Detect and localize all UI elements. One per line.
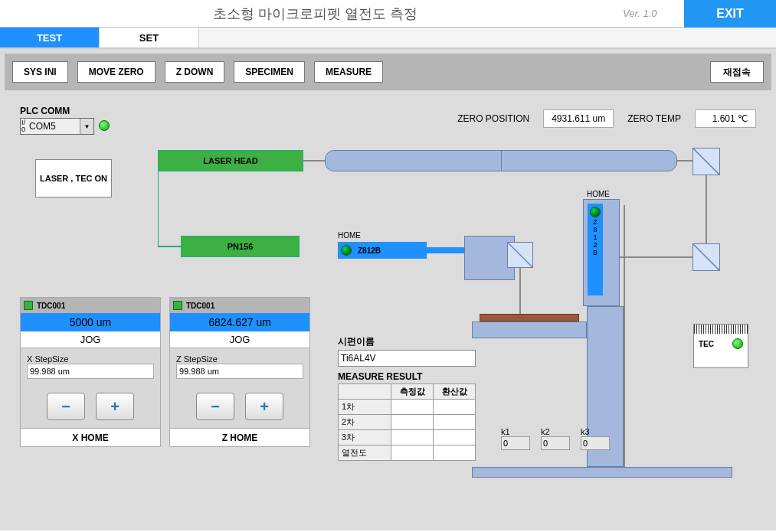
x-home-button[interactable]: X HOME <box>21 428 160 446</box>
z-z812b-bar: Z812B <box>588 204 603 295</box>
io-icon: I/0 <box>21 119 26 133</box>
tec-status-led <box>732 338 743 349</box>
z-controller-panel: TDC001 6824.627 um JOG Z StepSize − + Z … <box>169 297 310 447</box>
measure-result-table: 측정값환산값 1차 2차 3차 열전도 <box>338 383 476 461</box>
row-1-label: 1차 <box>339 400 391 415</box>
specimen-panel: 시편이름 MEASURE RESULT 측정값환산값 1차 2차 3차 열전도 <box>338 335 476 461</box>
k3-label: k3 <box>581 427 610 436</box>
z-home-label: HOME <box>587 190 610 198</box>
x-step-input[interactable] <box>27 364 154 379</box>
plc-label: PLC COMM <box>20 106 110 116</box>
x-controller-panel: TDC001 5000 um JOG X StepSize − + X HOME <box>20 297 161 447</box>
x-home-led <box>341 245 352 256</box>
laser-head-block: LASER HEAD <box>158 150 303 171</box>
plc-status-led <box>99 120 110 131</box>
tab-test[interactable]: TEST <box>0 28 100 47</box>
tab-bar: TEST SET <box>0 28 776 49</box>
laser-tec-button[interactable]: LASER , TEC ON <box>35 159 112 197</box>
app-title: 초소형 마이크로피펫 열전도 측정 <box>8 5 623 23</box>
row-2-label: 2차 <box>339 415 391 430</box>
measure-result-label: MEASURE RESULT <box>338 371 476 382</box>
exit-button[interactable]: EXIT <box>684 0 776 28</box>
app-header: 초소형 마이크로피펫 열전도 측정 Ver. 1.0 EXIT <box>0 0 776 28</box>
col-converted: 환산값 <box>434 384 476 400</box>
prism-top-right <box>693 148 720 175</box>
tab-set[interactable]: SET <box>100 28 199 47</box>
main-panel: SYS INI MOVE ZERO Z DOWN SPECIMEN MEASUR… <box>0 49 776 530</box>
specimen-base <box>472 321 587 338</box>
content-area: PLC COMM I/0 ▼ ZERO POSITION 4931.611 um… <box>5 90 771 519</box>
specimen-button[interactable]: SPECIMEN <box>234 61 305 83</box>
x-z812b-label: Z812B <box>358 246 381 255</box>
k2-label: k2 <box>541 427 570 436</box>
x-plus-button[interactable]: + <box>96 393 134 420</box>
zero-temp-value: 1.601 ℃ <box>695 109 756 128</box>
z-step-label: Z StepSize <box>176 354 303 364</box>
x-home-label: HOME <box>338 231 361 240</box>
k1-input[interactable] <box>501 436 530 450</box>
k2-input[interactable] <box>541 436 570 450</box>
x-step-label: X StepSize <box>27 354 154 364</box>
x-jog-label: JOG <box>21 331 160 348</box>
base-rail <box>472 467 732 478</box>
z-home-led <box>590 207 601 217</box>
k-values: k1 k2 k3 <box>501 427 610 450</box>
zero-info: ZERO POSITION 4931.611 um ZERO TEMP 1.60… <box>457 109 756 128</box>
specimen-name-label: 시편이름 <box>338 335 476 348</box>
tec-box: TEC <box>693 324 748 368</box>
z-position-value: 6824.627 um <box>170 313 309 331</box>
version-label: Ver. 1.0 <box>623 8 676 19</box>
z-status-icon <box>173 301 182 310</box>
z-step-input[interactable] <box>176 364 303 379</box>
z-plus-button[interactable]: + <box>245 393 283 420</box>
z-jog-label: JOG <box>170 331 309 348</box>
specimen-name-input[interactable] <box>338 350 476 367</box>
zero-temp-label: ZERO TEMP <box>627 113 681 124</box>
command-bar: SYS INI MOVE ZERO Z DOWN SPECIMEN MEASUR… <box>5 54 771 90</box>
x-minus-button[interactable]: − <box>47 393 85 420</box>
z-ctrl-name: TDC001 <box>186 302 214 310</box>
z-home-button[interactable]: Z HOME <box>170 428 309 446</box>
k3-input[interactable] <box>581 436 610 450</box>
chevron-down-icon[interactable]: ▼ <box>80 119 93 134</box>
tec-label: TEC <box>699 340 714 348</box>
plc-comm: PLC COMM I/0 ▼ <box>20 106 110 135</box>
x-status-icon <box>24 301 33 310</box>
x-ctrl-name: TDC001 <box>37 302 65 310</box>
prism-left <box>507 242 533 268</box>
row-3-label: 3차 <box>339 430 391 446</box>
sys-ini-button[interactable]: SYS INI <box>12 61 68 83</box>
measure-button[interactable]: MEASURE <box>314 61 383 83</box>
zero-pos-value: 4931.611 um <box>543 109 614 128</box>
specimen-plate <box>480 314 579 321</box>
reconnect-button[interactable]: 재접속 <box>710 61 764 83</box>
z-down-button[interactable]: Z DOWN <box>165 61 225 83</box>
move-zero-button[interactable]: MOVE ZERO <box>77 61 156 83</box>
prism-mid-right <box>693 243 720 271</box>
zero-pos-label: ZERO POSITION <box>457 113 529 124</box>
z-minus-button[interactable]: − <box>196 393 234 420</box>
x-position-value: 5000 um <box>21 313 160 331</box>
com-port-combo[interactable]: I/0 ▼ <box>20 118 94 135</box>
x-z812b-bar: Z812B <box>338 242 427 259</box>
col-measured: 측정값 <box>391 384 434 400</box>
pn-block: PN156 <box>181 236 300 257</box>
tec-grill-icon <box>694 325 748 334</box>
com-port-value[interactable] <box>26 119 80 134</box>
row-tc-label: 열전도 <box>339 446 391 461</box>
beam-tube <box>325 150 677 171</box>
k1-label: k1 <box>501 427 530 436</box>
